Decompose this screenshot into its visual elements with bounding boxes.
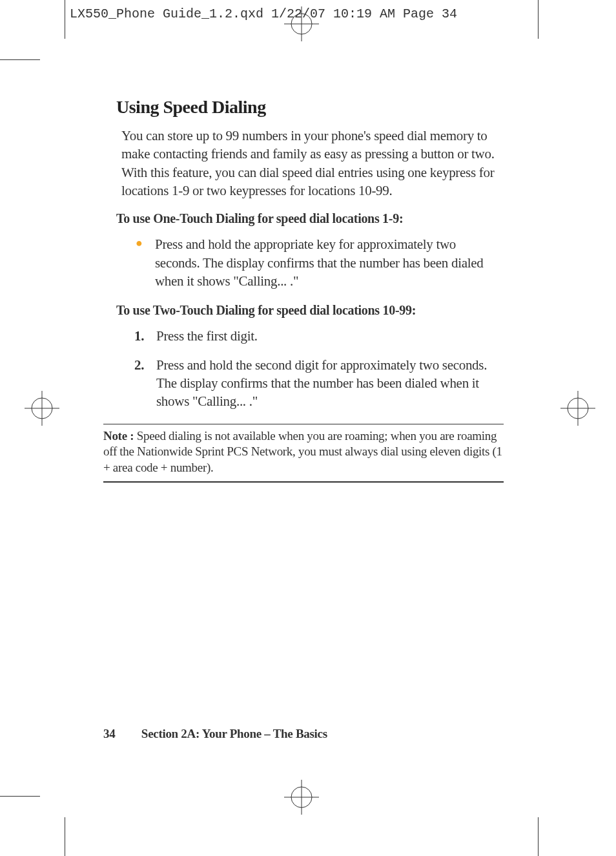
- intro-paragraph: You can store up to 99 numbers in your p…: [121, 127, 504, 200]
- section-label: Section 2A: Your Phone – The Basics: [141, 727, 327, 740]
- bullet-list: Press and hold the appropriate key for a…: [136, 235, 504, 290]
- crop-mark: [538, 817, 539, 856]
- crop-mark: [65, 0, 65, 39]
- crop-mark: [538, 0, 539, 39]
- list-item: Press and hold the appropriate key for a…: [136, 235, 504, 290]
- registration-mark-icon: [25, 391, 59, 428]
- subheading-two-touch: To use Two-Touch Dialing for speed dial …: [116, 303, 504, 318]
- crop-mark: [0, 59, 40, 60]
- crop-mark: [65, 817, 65, 856]
- registration-mark-icon: [284, 780, 319, 817]
- numbered-list: 1. Press the first digit. 2. Press and h…: [134, 327, 504, 410]
- note-block: Note : Speed dialing is not available wh…: [103, 424, 504, 483]
- page-number: 34: [103, 727, 115, 740]
- section-title: Using Speed Dialing: [116, 97, 504, 118]
- note-label: Note :: [103, 429, 137, 443]
- step-text: Press and hold the second digit for appr…: [156, 357, 487, 410]
- document-slug: LX550_Phone Guide_1.2.qxd 1/22/07 10:19 …: [70, 6, 457, 21]
- page-footer: 34 Section 2A: Your Phone – The Basics: [103, 727, 327, 741]
- subheading-one-touch: To use One-Touch Dialing for speed dial …: [116, 211, 504, 226]
- registration-mark-icon: [560, 391, 595, 428]
- list-item: 2. Press and hold the second digit for a…: [134, 356, 504, 411]
- page-content: Using Speed Dialing You can store up to …: [103, 97, 504, 483]
- step-number: 2.: [134, 356, 144, 374]
- crop-mark: [0, 796, 40, 797]
- note-text: Speed dialing is not available when you …: [103, 429, 502, 474]
- list-item: 1. Press the first digit.: [134, 327, 504, 345]
- step-number: 1.: [134, 327, 144, 345]
- step-text: Press the first digit.: [156, 328, 258, 344]
